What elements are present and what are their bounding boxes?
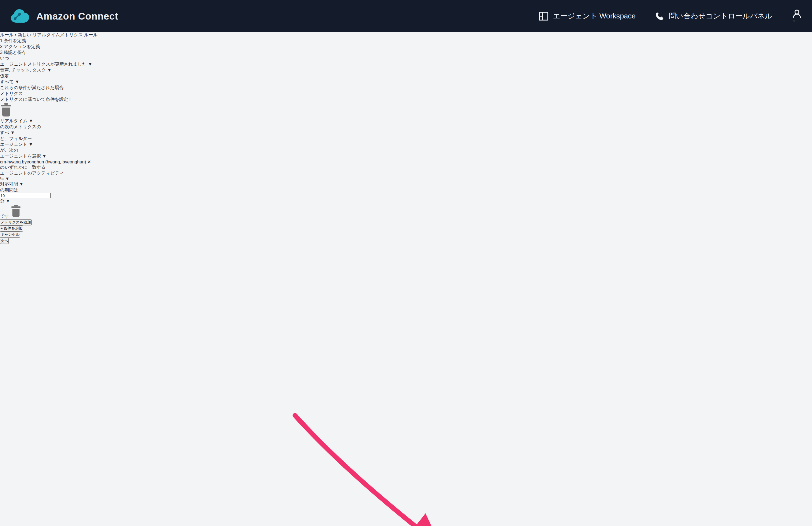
annotation-highlight-status: 対応可能 ▼ — [0, 181, 812, 187]
step-indicator: 1 条件を定義 2 アクションを定義 3 確認と保存 — [0, 38, 812, 56]
app-title: Amazon Connect — [37, 11, 118, 22]
sentence-text: が、次の — [0, 148, 18, 152]
chevron-down-icon: ▼ — [5, 176, 10, 181]
step-1-badge: 1 — [0, 38, 2, 43]
step-2-define-actions: 2 アクションを定義 — [0, 44, 812, 50]
annotation-highlight-duration: 分 ▼ — [0, 193, 812, 204]
nav-agent-workspace-label: エージェント Workspace — [553, 11, 636, 21]
topnav: エージェント Workspace 問い合わせコントロールパネル ▼ — [539, 8, 802, 24]
selected-agent-tag-label: cm-hwang.byeonghun (hwang, byeonghun) — [0, 160, 86, 164]
user-icon — [792, 9, 802, 19]
chevron-down-icon: ▼ — [29, 142, 33, 147]
agent-select-placeholder: エージェントを選択 — [0, 154, 41, 159]
topbar-separator — [782, 8, 782, 24]
condition-scope-value: すべて — [0, 79, 14, 84]
event-select[interactable]: エージェントメトリクスが更新されました ▼ — [0, 61, 812, 67]
step-3-label: 確認と保存 — [4, 50, 26, 55]
metrics-card: メトリクス メトリクスに基づいて条件を設定 i リアルタイム ▼ の次のメトリク… — [0, 91, 812, 225]
metric-sentence-row: リアルタイム ▼ の次のメトリクスの すべ ▼ と、フィルター エージェント ▼… — [0, 118, 812, 170]
chevron-down-icon: ▼ — [10, 130, 15, 135]
plus-icon: + — [1, 226, 3, 230]
close-icon[interactable]: ✕ — [87, 160, 91, 164]
time-range-value: リアルタイム — [0, 118, 27, 123]
duration-unit-select[interactable]: 分 ▼ — [0, 198, 812, 204]
cancel-button[interactable]: キャンセル — [0, 231, 20, 238]
condition-scope-label: 仮定 — [0, 74, 9, 78]
annotation-highlight-operator: != ▼ — [0, 176, 812, 181]
when-card: いつ エージェントメトリクスが更新されました ▼ 音声, チャット, タスク ▼ — [0, 56, 812, 73]
chevron-down-icon: ▼ — [15, 79, 19, 84]
step-1-label: 条件を定義 — [4, 38, 26, 43]
step-2-badge: 2 — [0, 44, 2, 49]
when-heading: いつ — [0, 56, 812, 61]
operator-select[interactable]: != ▼ — [0, 176, 812, 181]
metric-scope-value: すべ — [0, 130, 9, 135]
chevron-down-icon: ▼ — [5, 199, 10, 204]
when-row: エージェントメトリクスが更新されました ▼ 音声, チャット, タスク ▼ — [0, 61, 812, 73]
metric-scope-select[interactable]: すべ ▼ — [0, 130, 812, 136]
user-menu[interactable]: ▼ — [792, 9, 802, 24]
metric-label: エージェントのアクティビティ — [0, 171, 64, 176]
chevron-down-icon: ▼ — [88, 62, 92, 66]
status-value: 対応可能 — [0, 182, 18, 186]
delete-metrics-card-button[interactable] — [0, 113, 12, 118]
breadcrumb-rules-link[interactable]: ルール — [0, 32, 14, 37]
duration-unit-value: 分 — [0, 199, 4, 204]
next-button[interactable]: 次へ — [0, 238, 9, 244]
metrics-subheading: メトリクスに基づいて条件を設定 — [0, 97, 68, 102]
add-condition-label: 条件を追加 — [4, 226, 23, 230]
duration-value-input[interactable] — [0, 193, 50, 198]
annotation-highlight-next: 次へ — [0, 238, 812, 244]
workspace-layout-icon — [539, 12, 548, 21]
nav-agent-workspace[interactable]: エージェント Workspace — [539, 11, 636, 21]
add-metric-button[interactable]: メトリクスを追加 — [0, 219, 32, 225]
sentence-text: のいずれかに一致する — [0, 165, 46, 169]
sentence-text: の次のメトリクスの — [0, 124, 41, 129]
annotation-arrows — [0, 244, 812, 526]
chevron-down-icon[interactable]: ▼ — [792, 19, 796, 24]
step-2-label: アクションを定義 — [4, 44, 40, 49]
condition-scope-row: 仮定 すべて ▼ これらの条件が満たされた場合 — [0, 73, 812, 91]
annotation-arrow-1 — [295, 416, 436, 526]
nav-contact-control-panel-label: 問い合わせコントロールパネル — [669, 11, 772, 21]
selected-agent-tag: cm-hwang.byeonghun (hwang, byeonghun) ✕ — [0, 159, 812, 165]
chevron-right-icon: › — [15, 32, 16, 37]
chevron-down-icon: ▼ — [42, 154, 47, 159]
breadcrumb: ルール › 新しい リアルタイムメトリクス ルール — [0, 32, 812, 38]
breadcrumb-current: 新しい リアルタイムメトリクス ルール — [18, 32, 98, 37]
operator-value: != — [0, 176, 4, 181]
step-1-define-conditions: 1 条件を定義 — [0, 38, 812, 44]
nav-contact-control-panel[interactable]: 問い合わせコントロールパネル — [655, 11, 772, 21]
duration-suffix: です — [0, 214, 9, 219]
filter-type-value: エージェント — [0, 142, 27, 147]
time-range-select[interactable]: リアルタイム ▼ — [0, 118, 812, 124]
step-3-badge: 3 — [0, 50, 2, 55]
agent-select-column: エージェントを選択 ▼ cm-hwang.byeonghun (hwang, b… — [0, 153, 812, 165]
delete-metric-row-button[interactable] — [10, 214, 21, 219]
metrics-subheading-row: メトリクスに基づいて条件を設定 i — [0, 97, 812, 103]
channel-select[interactable]: 音声, チャット, タスク ▼ — [0, 67, 812, 73]
condition-scope-suffix: これらの条件が満たされた場合 — [0, 85, 63, 90]
annotation-highlight-event-select: エージェントメトリクスが更新されました ▼ — [0, 61, 812, 67]
chevron-down-icon: ▼ — [19, 182, 24, 186]
condition-group: メトリクス メトリクスに基づいて条件を設定 i リアルタイム ▼ の次のメトリク… — [0, 91, 812, 225]
next-button-label: 次へ — [1, 239, 8, 243]
annotation-highlight-agent-tag: cm-hwang.byeonghun (hwang, byeonghun) ✕ — [0, 159, 812, 165]
event-select-value: エージェントメトリクスが更新されました — [0, 62, 87, 66]
condition-scope-select[interactable]: すべて ▼ — [0, 79, 812, 85]
topbar-separator — [645, 8, 646, 24]
metrics-heading: メトリクス — [0, 91, 812, 97]
phone-icon — [655, 12, 664, 21]
metric-condition-row: エージェントのアクティビティ != ▼ 対応可能 ▼ の期間は 分 ▼ — [0, 170, 812, 219]
topbar: Amazon Connect エージェント Workspace 問い合わせコント… — [0, 0, 812, 32]
metrics-card-header: メトリクス メトリクスに基づいて条件を設定 i — [0, 91, 812, 118]
add-condition-button[interactable]: + 条件を追加 — [0, 225, 23, 231]
agent-select[interactable]: エージェントを選択 ▼ — [0, 153, 812, 159]
duration-label: の期間は — [0, 187, 18, 192]
filter-type-select[interactable]: エージェント ▼ — [0, 141, 812, 148]
status-select[interactable]: 対応可能 ▼ — [0, 181, 812, 187]
info-icon[interactable]: i — [69, 97, 71, 102]
chevron-down-icon: ▼ — [47, 67, 52, 72]
sentence-text: と、フィルター — [0, 136, 32, 141]
chevron-down-icon: ▼ — [29, 118, 33, 123]
